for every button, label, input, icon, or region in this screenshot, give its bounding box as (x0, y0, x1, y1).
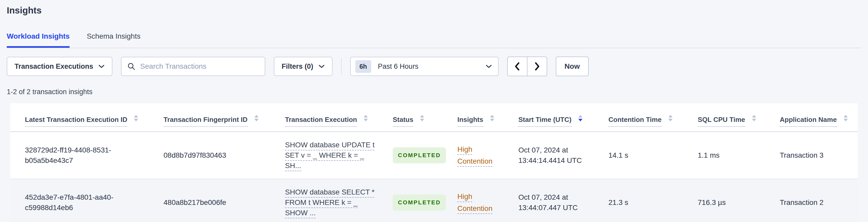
time-range-label: Past 6 Hours (378, 63, 479, 70)
chevron-down-icon (318, 65, 325, 68)
search-input[interactable] (140, 62, 259, 70)
sort-icon[interactable] (364, 115, 368, 121)
time-range-picker[interactable]: 6h Past 6 Hours (350, 57, 499, 76)
transaction-statement-link[interactable]: SHOW database UPDATE t SET v = _ WHERE k… (285, 141, 375, 169)
column-header-application-name[interactable]: Application Name (769, 103, 858, 132)
toolbar: Transaction Executions Filters (0) 6h Pa… (7, 57, 861, 76)
status-badge: COMPLETED (393, 194, 446, 211)
time-step-buttons (507, 57, 547, 76)
insights-table-card: Latest Transaction Execution ID Transact… (10, 103, 858, 222)
cell-application-name: Transaction 2 (769, 179, 858, 222)
now-label: Now (564, 62, 580, 70)
search-icon (127, 62, 135, 70)
column-header-start-time[interactable]: Start Time (UTC) (508, 103, 598, 132)
execution-type-label: Transaction Executions (14, 63, 93, 70)
sort-icon[interactable] (844, 115, 848, 121)
cell-transaction-execution: SHOW database SELECT * FROM t WHERE k = … (275, 179, 382, 222)
high-contention-link[interactable]: High Contention (457, 145, 492, 165)
cell-status: COMPLETED (382, 179, 447, 222)
cell-sql-cpu-time: 716.3 µs (687, 179, 769, 222)
cell-insights: High Contention (447, 179, 508, 222)
chevron-right-icon (533, 62, 541, 71)
column-header-latest-transaction-execution-id[interactable]: Latest Transaction Execution ID (10, 103, 153, 132)
sort-icon[interactable] (420, 115, 424, 121)
execution-type-dropdown[interactable]: Transaction Executions (7, 57, 113, 76)
transaction-statement-link[interactable]: SHOW database SELECT * FROM t WHERE k = … (285, 188, 375, 217)
sort-icon-descending-active[interactable] (578, 115, 583, 121)
next-time-button[interactable] (527, 57, 547, 76)
tab-workload-insights[interactable]: Workload Insights (7, 32, 69, 48)
page-title: Insights (7, 4, 868, 17)
sort-icon[interactable] (254, 115, 258, 121)
cell-start-time: Oct 07, 2024 at 13:44:14.4414 UTC (508, 132, 598, 179)
sort-icon[interactable] (752, 115, 756, 121)
transaction-insights-table: Latest Transaction Execution ID Transact… (10, 103, 858, 222)
cell-status: COMPLETED (382, 132, 447, 179)
tab-schema-insights[interactable]: Schema Insights (87, 32, 141, 48)
cell-execution-id: 328729d2-ff19-4408-8531-b05a5b4e43c7 (10, 132, 153, 179)
chevron-down-icon (98, 65, 104, 68)
previous-time-button[interactable] (507, 57, 527, 76)
column-header-insights[interactable]: Insights (447, 103, 508, 132)
chevron-down-icon (486, 65, 492, 68)
cell-execution-id: 452da3e7-e7fa-4801-aa40-c59988d14eb6 (10, 179, 153, 222)
cell-contention-time: 14.1 s (598, 132, 687, 179)
cell-start-time: Oct 07, 2024 at 13:44:07.447 UTC (508, 179, 598, 222)
search-box[interactable] (121, 57, 265, 76)
column-header-status[interactable]: Status (382, 103, 447, 132)
high-contention-link[interactable]: High Contention (457, 192, 492, 213)
sort-icon[interactable] (490, 115, 494, 121)
status-badge: COMPLETED (393, 147, 446, 163)
chevron-left-icon (514, 62, 521, 71)
sort-icon[interactable] (134, 115, 138, 121)
time-range-badge: 6h (355, 60, 371, 73)
table-row: 452da3e7-e7fa-4801-aa40-c59988d14eb6 480… (10, 179, 858, 222)
cell-fingerprint-id: 08d8b7d97f830463 (153, 132, 275, 179)
toolbar-divider (341, 58, 342, 75)
cell-sql-cpu-time: 1.1 ms (687, 132, 769, 179)
sort-icon[interactable] (669, 115, 673, 121)
filters-label: Filters (0) (282, 63, 313, 70)
table-row: 328729d2-ff19-4408-8531-b05a5b4e43c7 08d… (10, 132, 858, 179)
cell-fingerprint-id: 480a8b217be006fe (153, 179, 275, 222)
cell-transaction-execution: SHOW database UPDATE t SET v = _ WHERE k… (275, 132, 382, 179)
cell-application-name: Transaction 3 (769, 132, 858, 179)
filters-button[interactable]: Filters (0) (274, 57, 333, 76)
results-count: 1-2 of 2 transaction insights (7, 88, 868, 96)
insights-tabs: Workload Insights Schema Insights (7, 32, 861, 48)
cell-insights: High Contention (447, 132, 508, 179)
now-button[interactable]: Now (556, 57, 589, 76)
column-header-contention-time[interactable]: Contention Time (598, 103, 687, 132)
column-header-transaction-execution[interactable]: Transaction Execution (275, 103, 382, 132)
table-header-row: Latest Transaction Execution ID Transact… (10, 103, 858, 132)
column-header-sql-cpu-time[interactable]: SQL CPU Time (687, 103, 769, 132)
column-header-transaction-fingerprint-id[interactable]: Transaction Fingerprint ID (153, 103, 275, 132)
cell-contention-time: 21.3 s (598, 179, 687, 222)
